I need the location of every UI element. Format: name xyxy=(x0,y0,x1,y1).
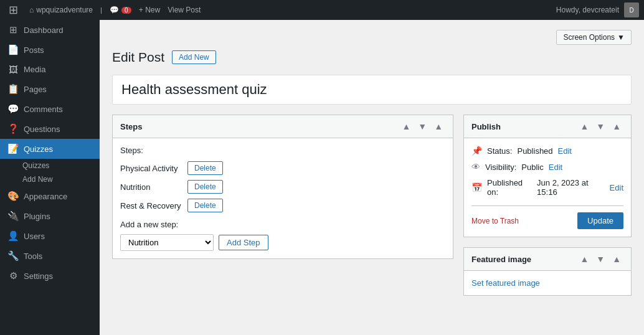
visibility-label: Visibility: xyxy=(485,163,516,172)
featured-close-button[interactable]: ▲ xyxy=(610,253,623,265)
sidebar-item-media[interactable]: 🖼 Media xyxy=(0,60,100,79)
steps-metabox-title: Steps xyxy=(120,122,142,131)
published-label: Published on: xyxy=(487,178,532,197)
status-icon: 📌 xyxy=(471,146,482,156)
update-button[interactable]: Update xyxy=(577,212,623,229)
sidebar: ⊞ Dashboard 📄 Posts 🖼 Media 📋 Pages 💬 Co… xyxy=(0,20,100,335)
sidebar-label-pages: Pages xyxy=(24,85,47,94)
step-row: Physical Activity Delete xyxy=(120,161,445,175)
sidebar-sub-quizzes[interactable]: Quizzes xyxy=(0,159,100,172)
status-edit-link[interactable]: Edit xyxy=(558,146,572,156)
main-content: Screen Options ▼ Edit Post Add New Steps… xyxy=(100,20,644,335)
appearance-icon: 🎨 xyxy=(7,191,19,202)
featured-collapse-down-button[interactable]: ▼ xyxy=(594,253,607,265)
publish-close-button[interactable]: ▲ xyxy=(610,120,623,133)
post-title-input[interactable] xyxy=(112,75,632,105)
publish-visibility-row: 👁 Visibility: Public Edit xyxy=(471,162,623,172)
step-name-physical-activity: Physical Activity xyxy=(120,164,182,173)
sidebar-sub-add-new[interactable]: Add New xyxy=(0,172,100,186)
comments-count: 0 xyxy=(121,7,131,14)
topbar: ⊞ ⌂ wpquizadventure | 💬 0 + New View Pos… xyxy=(0,0,644,20)
wp-logo[interactable]: ⊞ xyxy=(5,3,22,17)
steps-collapse-up-button[interactable]: ▲ xyxy=(399,120,413,133)
step-select[interactable]: Nutrition Physical Activity Rest & Recov… xyxy=(120,234,214,251)
visibility-icon: 👁 xyxy=(471,162,480,172)
set-featured-image-link[interactable]: Set featured image xyxy=(471,278,540,288)
sidebar-item-settings[interactable]: ⚙ Settings xyxy=(0,266,100,286)
sidebar-item-appearance[interactable]: 🎨 Appearance xyxy=(0,186,100,206)
sidebar-item-dashboard[interactable]: ⊞ Dashboard xyxy=(0,20,100,40)
new-link[interactable]: + New xyxy=(139,6,160,14)
status-label: Status: xyxy=(487,146,512,156)
featured-image-title: Featured image xyxy=(471,255,531,264)
sidebar-label-questions: Questions xyxy=(24,125,60,134)
published-edit-link[interactable]: Edit xyxy=(610,183,623,192)
sidebar-item-plugins[interactable]: 🔌 Plugins xyxy=(0,206,100,226)
comments-link[interactable]: 💬 0 xyxy=(110,6,131,14)
chevron-down-icon: ▼ xyxy=(617,33,625,42)
content-area: Steps ▲ ▼ ▲ Steps: Physical Activity Del… xyxy=(112,115,632,306)
step-name-rest-recovery: Rest & Recovery xyxy=(120,201,182,210)
tools-icon: 🔧 xyxy=(7,250,19,262)
screen-options-button[interactable]: Screen Options ▼ xyxy=(556,30,632,45)
sidebar-label-posts: Posts xyxy=(24,45,44,55)
comments-icon: 💬 xyxy=(7,103,19,115)
published-date: Jun 2, 2023 at 15:16 xyxy=(537,178,605,197)
sidebar-item-posts[interactable]: 📄 Posts xyxy=(0,40,100,60)
featured-collapse-up-button[interactable]: ▲ xyxy=(577,253,591,265)
add-new-button[interactable]: Add New xyxy=(172,50,216,64)
featured-image-metabox: Featured image ▲ ▼ ▲ Set featured image xyxy=(463,247,632,296)
delete-nutrition-button[interactable]: Delete xyxy=(187,180,223,194)
view-post-link[interactable]: View Post xyxy=(168,6,201,14)
screen-options-label: Screen Options xyxy=(563,33,615,42)
plugins-icon: 🔌 xyxy=(7,210,19,222)
quizzes-icon: 📝 xyxy=(7,143,19,154)
add-step-label: Add a new step: xyxy=(120,220,445,229)
view-post-label: View Post xyxy=(168,6,201,14)
home-icon: ⌂ xyxy=(29,6,34,14)
status-value: Published xyxy=(517,146,552,156)
sidebar-label-dashboard: Dashboard xyxy=(24,26,64,35)
delete-rest-recovery-button[interactable]: Delete xyxy=(187,199,223,212)
sidebar-item-pages[interactable]: 📋 Pages xyxy=(0,79,100,99)
sidebar-label-plugins: Plugins xyxy=(24,212,50,221)
visibility-edit-link[interactable]: Edit xyxy=(549,163,562,172)
pages-icon: 📋 xyxy=(7,83,19,95)
sidebar-item-quizzes[interactable]: 📝 Quizzes xyxy=(0,139,100,159)
media-icon: 🖼 xyxy=(7,64,19,75)
dashboard-icon: ⊞ xyxy=(7,24,19,35)
step-row: Rest & Recovery Delete xyxy=(120,199,445,212)
publish-collapse-down-button[interactable]: ▼ xyxy=(594,120,607,133)
publish-metabox: Publish ▲ ▼ ▲ 📌 Status: Published Edit xyxy=(463,115,632,237)
steps-close-button[interactable]: ▲ xyxy=(432,120,445,133)
calendar-icon: 📅 xyxy=(471,182,482,192)
site-link[interactable]: ⌂ wpquizadventure xyxy=(29,6,93,14)
avatar: D xyxy=(624,2,639,17)
content-side: Publish ▲ ▼ ▲ 📌 Status: Published Edit xyxy=(463,115,632,306)
sidebar-label-tools: Tools xyxy=(24,252,42,261)
sidebar-item-comments[interactable]: 💬 Comments xyxy=(0,99,100,119)
add-step-controls: Nutrition Physical Activity Rest & Recov… xyxy=(120,234,445,251)
content-main: Steps ▲ ▼ ▲ Steps: Physical Activity Del… xyxy=(112,115,453,306)
sidebar-label-comments: Comments xyxy=(24,105,63,114)
publish-actions: Move to Trash Update xyxy=(471,205,623,229)
featured-image-controls: ▲ ▼ ▲ xyxy=(577,253,623,265)
sidebar-item-tools[interactable]: 🔧 Tools xyxy=(0,246,100,266)
sidebar-item-users[interactable]: 👤 Users xyxy=(0,226,100,246)
publish-date-row: 📅 Published on: Jun 2, 2023 at 15:16 Edi… xyxy=(471,178,623,197)
step-name-nutrition: Nutrition xyxy=(120,182,182,192)
steps-collapse-down-button[interactable]: ▼ xyxy=(415,120,429,133)
featured-image-body: Set featured image xyxy=(464,271,631,295)
visibility-value: Public xyxy=(521,163,543,172)
publish-status-row: 📌 Status: Published Edit xyxy=(471,146,623,156)
settings-icon: ⚙ xyxy=(7,270,19,281)
add-step-button[interactable]: Add Step xyxy=(219,235,268,250)
delete-physical-activity-button[interactable]: Delete xyxy=(187,161,223,175)
page-title: Edit Post xyxy=(112,50,164,65)
sidebar-item-questions[interactable]: ❓ Questions xyxy=(0,119,100,139)
add-step-section: Add a new step: Nutrition Physical Activ… xyxy=(120,220,445,251)
sidebar-label-users: Users xyxy=(24,232,45,241)
publish-collapse-up-button[interactable]: ▲ xyxy=(577,120,591,133)
users-icon: 👤 xyxy=(7,230,19,242)
move-to-trash-link[interactable]: Move to Trash xyxy=(471,217,519,225)
